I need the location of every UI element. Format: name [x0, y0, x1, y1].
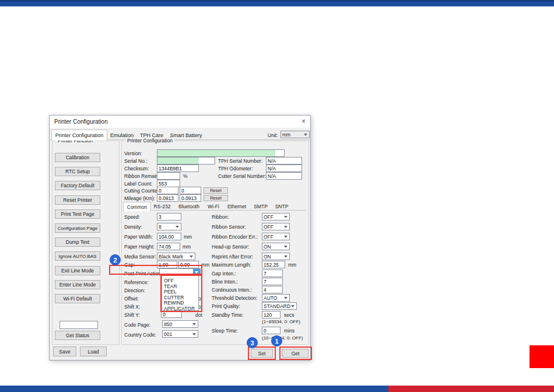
reprint-label: Reprint After Error:: [212, 254, 253, 260]
chevron-down-icon: [192, 323, 196, 326]
get-button[interactable]: Get: [282, 349, 308, 358]
ribbon-encoder-select[interactable]: OFF: [262, 233, 290, 240]
reference-label: Reference:: [124, 279, 149, 285]
headup-sensor-label: Head-up Sensor:: [212, 244, 249, 250]
reprint-select[interactable]: ON: [262, 253, 290, 260]
exit-line-mode-button[interactable]: Exit Line Mode: [55, 266, 100, 275]
chevron-down-icon: [284, 226, 287, 228]
speed-label: Speed:: [124, 214, 140, 220]
chevron-down-icon: [190, 256, 193, 258]
dropdown-option-applicator[interactable]: APPLICATOR: [162, 306, 198, 312]
wifi-default-button[interactable]: Wi-Fi Default: [55, 294, 100, 303]
density-select[interactable]: 8: [157, 223, 181, 230]
ribbon-encoder-label: Ribbon Encoder Err.:: [212, 234, 258, 240]
chevron-down-icon: [284, 246, 287, 248]
top-brand-bar: [0, 0, 554, 6]
chevron-down-icon: [176, 226, 179, 228]
set-button[interactable]: Set: [251, 349, 273, 358]
ribbon-select[interactable]: OFF: [262, 213, 290, 220]
paper-width-unit: mm: [184, 234, 192, 240]
post-print-action-dropdown-list: OFF TEAR PEEL CUTTER REWIND APPLICATOR: [162, 275, 199, 311]
printer-configuration-legend: Printer Configuration: [125, 138, 174, 144]
country-code-value: 001: [164, 331, 172, 337]
tab-common[interactable]: Common: [123, 202, 151, 211]
paper-height-label: Paper Height:: [124, 244, 155, 250]
gap-unit: mm: [201, 262, 209, 268]
ignore-autobas-button[interactable]: Ignore AUTO.BAS: [55, 251, 100, 261]
bline-inten-label: Bline Inten.:: [212, 279, 238, 285]
checksum-label: Checksum:: [124, 166, 149, 172]
save-button[interactable]: Save: [53, 346, 76, 356]
reset-mileage-button[interactable]: Reset: [204, 195, 228, 201]
continuous-inten-label: Continuous Inten.:: [212, 287, 252, 293]
bottom-brand-bar-red: [388, 386, 554, 392]
mileage-label: Mileage (Km):: [124, 195, 155, 201]
status-input[interactable]: [59, 321, 98, 329]
tab-bluetooth[interactable]: Bluetooth: [174, 203, 204, 210]
step-badge-1: 1: [271, 335, 282, 346]
standby-time-field[interactable]: 120: [262, 311, 280, 318]
chevron-down-icon: [284, 256, 287, 258]
enter-line-mode-button[interactable]: Enter Line Mode: [55, 280, 100, 289]
bline-inten-field[interactable]: 7: [262, 278, 283, 285]
density-label: Density:: [124, 224, 142, 230]
unit-select[interactable]: mm: [280, 131, 310, 138]
speed-field[interactable]: 3: [157, 213, 181, 220]
media-sensor-select[interactable]: Black Mark: [157, 253, 195, 260]
configuration-page-button[interactable]: Configuration Page: [55, 223, 100, 233]
shift-y-field[interactable]: 0: [161, 311, 182, 318]
tab-smtp[interactable]: SMTP: [250, 203, 271, 210]
paper-height-field[interactable]: 74.05: [157, 243, 180, 250]
mileage-field-2: 0.0913: [180, 194, 201, 202]
threshold-label: Threshold Detection:: [212, 295, 257, 301]
dump-text-button[interactable]: Dump Text: [55, 237, 100, 247]
threshold-select[interactable]: AUTO: [262, 294, 290, 302]
gap-inten-field[interactable]: 7: [262, 270, 283, 277]
get-status-button[interactable]: Get Status: [55, 331, 100, 340]
sleep-time-field[interactable]: 0: [262, 327, 280, 334]
paper-width-field[interactable]: 104.00: [157, 233, 181, 240]
title-bar: Printer Configuration ×: [50, 116, 310, 128]
reprint-value: ON: [264, 254, 271, 260]
cutting-counter-field-1[interactable]: 0: [157, 187, 178, 194]
ribbon-remaining-field[interactable]: [157, 172, 180, 180]
print-test-page-button[interactable]: Print Test Page: [55, 209, 100, 219]
gap-field-1[interactable]: 1.99: [157, 261, 177, 268]
continuous-inten-field[interactable]: 4: [262, 286, 283, 293]
code-page-select[interactable]: 850: [162, 320, 198, 328]
cutter-serial-field: N/A: [266, 172, 302, 180]
print-quality-select[interactable]: STANDARD: [262, 302, 297, 310]
tab-wifi[interactable]: Wi-Fi: [204, 203, 223, 210]
percent-label: %: [183, 173, 188, 179]
ribbon-sensor-label: Ribbon Sensor:: [212, 224, 246, 230]
gap-field-2[interactable]: 0.00: [178, 261, 199, 268]
close-icon[interactable]: ×: [301, 117, 306, 125]
tab-ethernet[interactable]: Ethernet: [223, 203, 250, 210]
standby-time-hint: (1~65534, 0: OFF): [262, 319, 300, 324]
tab-printer-configuration[interactable]: Printer Configuration: [51, 130, 107, 141]
country-code-select[interactable]: 001: [162, 330, 198, 338]
reset-cutting-button[interactable]: Reset: [204, 187, 228, 194]
media-sensor-value: Black Mark: [159, 254, 183, 260]
code-page-label: Code Page:: [124, 322, 150, 328]
tab-sntp[interactable]: SNTP: [271, 203, 292, 210]
ribbon-sensor-select[interactable]: OFF: [262, 223, 290, 230]
tph-odometer-field: N/A: [266, 164, 302, 172]
standby-time-label: Standby Time:: [212, 312, 243, 318]
unit-value: mm: [282, 132, 290, 138]
ribbon-value: OFF: [264, 214, 274, 220]
dropdown-button[interactable]: [193, 269, 200, 275]
version-field: [157, 149, 285, 157]
reset-printer-button[interactable]: Reset Printer: [55, 195, 100, 205]
load-button[interactable]: Load: [80, 346, 107, 356]
mileage-field-1[interactable]: 0.0913: [157, 194, 178, 202]
tph-serial-field: N/A: [266, 157, 302, 164]
calibration-button[interactable]: Calibration: [55, 153, 100, 162]
rtc-setup-button[interactable]: RTC Setup: [55, 167, 100, 176]
factory-default-button[interactable]: Factory Default: [55, 181, 100, 190]
tab-rs232[interactable]: RS-232: [150, 203, 174, 210]
chevron-down-icon: [284, 216, 287, 218]
max-length-field[interactable]: 152.25: [262, 261, 285, 268]
headup-sensor-select[interactable]: ON: [262, 243, 290, 250]
sleep-time-hint: (10~65534, 0: OFF): [262, 335, 303, 341]
